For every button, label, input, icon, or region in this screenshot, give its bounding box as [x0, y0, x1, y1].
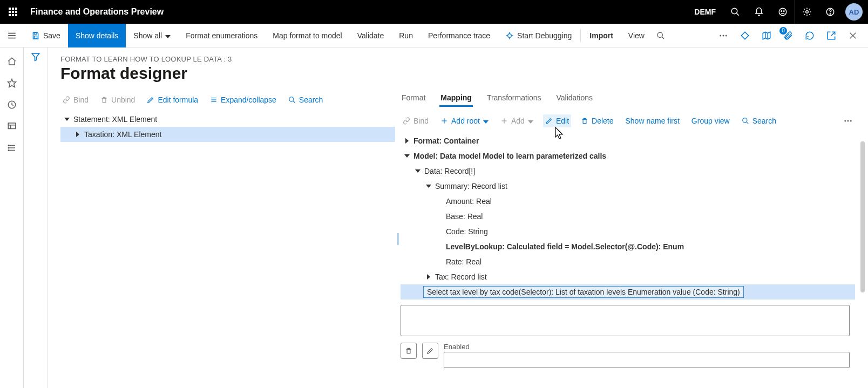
tree-row[interactable]: Tax: Record list [401, 269, 855, 284]
search-icon[interactable] [723, 0, 747, 24]
left-search-button[interactable]: Search [286, 93, 325, 106]
svg-rect-5 [15, 11, 17, 13]
workspace-icon[interactable] [0, 115, 24, 137]
show-name-first-button[interactable]: Show name first [623, 114, 681, 127]
svg-rect-4 [12, 11, 14, 13]
bell-icon[interactable] [747, 0, 771, 24]
waffle-icon[interactable] [0, 0, 26, 24]
cmdbar-search-icon[interactable] [652, 24, 669, 47]
svg-rect-21 [34, 36, 37, 38]
delete-small-button[interactable] [401, 343, 417, 359]
link-icon [63, 96, 70, 104]
edit-formula-button[interactable]: Edit formula [145, 93, 200, 106]
svg-point-22 [508, 34, 512, 38]
enabled-input[interactable] [444, 352, 850, 368]
right-search-button[interactable]: Search [740, 114, 778, 127]
import-button[interactable]: Import [582, 24, 621, 47]
tree-row[interactable]: Taxation: XML Element [60, 127, 395, 142]
tree-row[interactable]: Model: Data model Model to learn paramet… [401, 148, 855, 164]
delete-button[interactable]: Delete [579, 114, 615, 127]
svg-point-16 [830, 13, 831, 15]
command-bar: Save Show details Show all Format enumer… [24, 24, 868, 47]
breadcrumb: FORMAT TO LEARN HOW TO LOOKUP LE DATA : … [60, 55, 855, 63]
star-icon[interactable] [0, 72, 24, 94]
performance-trace-button[interactable]: Performance trace [421, 24, 498, 47]
pencil-icon [147, 96, 154, 104]
tree-row[interactable]: Data: Record[!] [401, 164, 855, 179]
home-icon[interactable] [0, 51, 24, 72]
attachments-icon[interactable]: 0 [778, 26, 798, 45]
expand-toggle-icon[interactable] [423, 181, 434, 192]
overflow-icon[interactable] [714, 26, 733, 45]
help-icon[interactable] [818, 0, 842, 24]
tree-row[interactable]: LevelByLookup: Calculated field = Model.… [401, 239, 855, 254]
show-all-button[interactable]: Show all [126, 24, 178, 47]
tree-row[interactable]: Code: String [401, 224, 855, 239]
expand-toggle-icon[interactable] [423, 271, 434, 282]
avatar[interactable]: AD [845, 3, 863, 21]
svg-point-60 [847, 120, 849, 122]
tabs: Format Mapping Transformations Validatio… [401, 90, 855, 111]
group-view-button[interactable]: Group view [689, 114, 732, 127]
hamburger-icon[interactable] [0, 24, 24, 47]
edit-button[interactable]: Edit [543, 114, 571, 127]
clock-icon[interactable] [0, 94, 24, 115]
link-icon [403, 117, 410, 125]
diamond-icon[interactable] [735, 26, 755, 45]
bind-button-right[interactable]: Bind [401, 114, 431, 127]
popout-icon[interactable] [822, 26, 841, 45]
unbind-button[interactable]: Unbind [98, 93, 137, 106]
expand-toggle-icon[interactable] [62, 114, 72, 125]
expand-toggle-icon[interactable] [402, 151, 412, 161]
company-code[interactable]: DEMF [687, 8, 723, 16]
right-tree: Format: Container Model: Data model Mode… [401, 133, 855, 299]
svg-point-31 [725, 35, 727, 37]
tab-mapping[interactable]: Mapping [439, 90, 473, 107]
tab-validations[interactable]: Validations [555, 90, 594, 107]
expand-toggle-icon[interactable] [412, 166, 423, 176]
smiley-icon[interactable] [771, 0, 795, 24]
refresh-icon[interactable] [800, 26, 819, 45]
view-button[interactable]: View [621, 24, 652, 47]
scrollbar[interactable] [860, 141, 865, 292]
gear-icon[interactable] [795, 0, 818, 24]
enabled-label: Enabled [444, 343, 850, 351]
close-icon[interactable] [843, 26, 863, 45]
run-button[interactable]: Run [391, 24, 421, 47]
list-icon [210, 96, 218, 104]
svg-rect-38 [8, 123, 16, 129]
expand-toggle-icon[interactable] [72, 129, 83, 140]
expand-toggle-icon[interactable] [402, 135, 412, 146]
bind-button[interactable]: Bind [60, 93, 91, 106]
filter-icon[interactable] [31, 52, 40, 388]
svg-line-52 [293, 101, 295, 103]
validate-button[interactable]: Validate [350, 24, 392, 47]
show-details-button[interactable]: Show details [68, 24, 126, 47]
expand-collapse-button[interactable]: Expand/collapse [208, 93, 279, 106]
show-details-label: Show details [76, 31, 118, 40]
map-format-button[interactable]: Map format to model [265, 24, 349, 47]
tab-format[interactable]: Format [401, 90, 426, 107]
tab-transformations[interactable]: Transformations [486, 90, 542, 107]
svg-marker-47 [32, 53, 39, 61]
format-enumerations-button[interactable]: Format enumerations [178, 24, 265, 47]
add-root-button[interactable]: Add root [438, 114, 491, 127]
splitter[interactable] [395, 90, 401, 388]
add-button[interactable]: Add [498, 114, 535, 127]
tree-row[interactable]: Amount: Real [401, 194, 855, 209]
tree-row[interactable]: Base: Real [401, 209, 855, 224]
right-overflow-icon[interactable] [841, 114, 855, 128]
map-icon[interactable] [757, 26, 776, 45]
tree-row[interactable]: Summary: Record list [401, 179, 855, 194]
binding-expression-box[interactable] [401, 305, 850, 336]
save-button[interactable]: Save [24, 24, 68, 47]
tree-row-selected[interactable]: Select tax level by tax code(Selector): … [401, 284, 855, 299]
debug-icon [505, 31, 514, 40]
tree-row[interactable]: Statement: XML Element [60, 112, 395, 127]
edit-small-button[interactable] [422, 343, 438, 359]
tree-row[interactable]: Rate: Real [401, 254, 855, 269]
start-debugging-button[interactable]: Start Debugging [498, 24, 579, 47]
tree-row[interactable]: Format: Container [401, 133, 855, 148]
svg-marker-36 [8, 79, 16, 87]
modules-icon[interactable] [0, 137, 24, 159]
